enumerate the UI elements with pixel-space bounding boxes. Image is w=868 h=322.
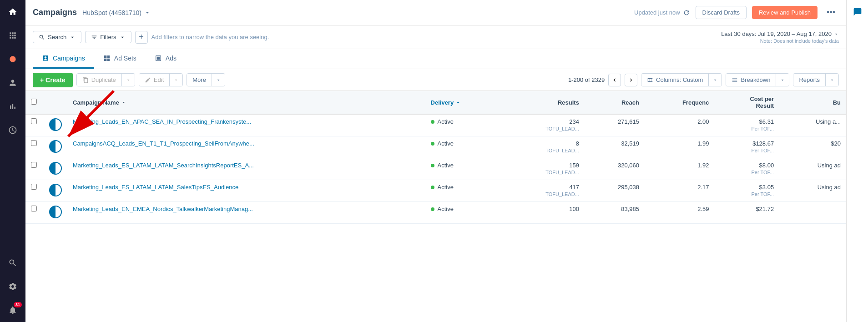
cost-sub: Per TOF... (720, 126, 774, 131)
budget-value: Using a... (785, 118, 841, 125)
more-dropdown-button[interactable] (212, 74, 225, 86)
next-page-button[interactable] (625, 74, 637, 86)
add-filter-button[interactable]: + (135, 31, 148, 44)
columns-dropdown-button[interactable] (709, 74, 722, 86)
campaign-name-link[interactable]: Marketing_Leads_EN_APAC_SEA_IN_Prospecti… (73, 118, 251, 125)
tab-campaigns-label: Campaigns (53, 55, 85, 62)
nav-gear[interactable] (0, 275, 25, 298)
nav-hubspot[interactable] (0, 47, 25, 71)
next-page-icon (628, 77, 634, 83)
create-button[interactable]: + Create (33, 73, 73, 87)
nav-home[interactable] (0, 0, 25, 24)
columns-button[interactable]: Columns: Custom (641, 74, 708, 86)
reports-split-button: Reports (793, 73, 839, 86)
more-button[interactable]: More (187, 74, 212, 86)
tab-ads[interactable]: Ads (146, 49, 186, 69)
date-dropdown-icon (833, 31, 839, 37)
nav-search-adv[interactable] (0, 251, 25, 275)
breakdown-arrow-icon (780, 77, 785, 83)
filter-icon (91, 34, 97, 40)
edit-arrow-icon (173, 77, 179, 83)
breakdown-dropdown-button[interactable] (776, 74, 789, 86)
reports-dropdown-button[interactable] (826, 74, 838, 86)
row-cost-cell: $3.05 Per TOF... (714, 180, 779, 202)
row-results-cell: 159 TOFU_LEAD... (502, 158, 585, 180)
breakdown-button[interactable]: Breakdown (726, 74, 776, 86)
cost-sub: Per TOF... (720, 170, 774, 175)
nav-apps[interactable] (0, 24, 25, 47)
row-results-cell: 417 TOFU_LEAD... (502, 180, 585, 202)
reach-value: 320,060 (590, 162, 639, 169)
header-delivery[interactable]: Delivery (425, 91, 502, 114)
row-checkbox-cell[interactable] (25, 136, 44, 158)
campaign-icon (49, 206, 62, 218)
review-publish-button[interactable]: Review and Publish (752, 6, 818, 19)
row-checkbox-cell[interactable] (25, 114, 44, 136)
date-range-selector[interactable]: Last 30 days: Jul 19, 2020 – Aug 17, 202… (721, 30, 839, 44)
edit-button[interactable]: Edit (139, 74, 169, 86)
refresh-icon[interactable] (683, 9, 690, 16)
row-icon-cell (44, 180, 67, 202)
row-budget-cell (779, 202, 846, 224)
duplicate-split-button: Duplicate (76, 73, 135, 86)
row-checkbox-cell[interactable] (25, 202, 44, 224)
row-checkbox[interactable] (31, 206, 37, 211)
nav-analytics[interactable] (0, 95, 25, 118)
row-checkbox-cell[interactable] (25, 180, 44, 202)
duplicate-dropdown-button[interactable] (121, 74, 135, 86)
nav-clock[interactable] (0, 118, 25, 142)
delivery-status: Active (437, 162, 453, 169)
campaign-name-link[interactable]: Marketing_Leads_ES_LATAM_LATAM_SearchIns… (73, 162, 254, 169)
header-frequency: Frequenc (645, 91, 714, 114)
row-name-cell: Marketing_Leads_ES_LATAM_LATAM_SearchIns… (67, 158, 425, 180)
row-name-cell: Marketing_Leads_ES_LATAM_LATAM_SalesTips… (67, 180, 425, 202)
row-results-cell: 234 TOFU_LEAD... (502, 114, 585, 136)
row-checkbox-cell[interactable] (25, 158, 44, 180)
campaign-name-link[interactable]: Marketing_Leads_ES_LATAM_LATAM_SalesTips… (73, 184, 238, 191)
tab-campaigns[interactable]: Campaigns (33, 49, 94, 69)
campaign-name-link[interactable]: Marketing_Leads_EN_EMEA_Nordics_Talkwalk… (73, 206, 253, 212)
duplicate-button[interactable]: Duplicate (77, 74, 121, 86)
row-cost-cell: $6.31 Per TOF... (714, 114, 779, 136)
row-checkbox[interactable] (31, 162, 37, 168)
more-options-button[interactable]: ••• (823, 6, 839, 19)
campaign-name-link[interactable]: CampaignsACQ_Leads_EN_T1_T1_Prospecting_… (73, 140, 254, 147)
row-reach-cell: 271,615 (585, 114, 645, 136)
results-sub: TOFU_LEAD... (507, 148, 579, 153)
status-dot (431, 164, 434, 167)
results-value: 8 (507, 140, 579, 147)
reports-button[interactable]: Reports (793, 74, 825, 86)
header-cost: Cost perResult (714, 91, 779, 114)
row-name-cell: Marketing_Leads_EN_EMEA_Nordics_Talkwalk… (67, 202, 425, 224)
svg-point-0 (10, 56, 15, 62)
pagination: 1-200 of 2329 (568, 74, 637, 86)
tab-ad-sets[interactable]: Ad Sets (94, 49, 146, 69)
delivery-status: Active (437, 184, 453, 191)
row-results-cell: 100 (502, 202, 585, 224)
row-checkbox[interactable] (31, 140, 37, 146)
filters-label: Filters (100, 34, 116, 40)
right-panel-chat[interactable] (849, 4, 866, 20)
row-frequency-cell: 1.99 (645, 136, 714, 158)
campaigns-table: Campaign Name Delivery Results Reach (25, 91, 846, 322)
header-select-all[interactable] (25, 91, 44, 114)
filters-button[interactable]: Filters (85, 31, 131, 43)
table-row: Marketing_Leads_ES_LATAM_LATAM_SalesTips… (25, 180, 846, 202)
row-cost-cell: $8.00 Per TOF... (714, 158, 779, 180)
row-reach-cell: 320,060 (585, 158, 645, 180)
nav-bell[interactable]: 31 (0, 298, 25, 322)
header-campaign-name[interactable]: Campaign Name (67, 91, 425, 114)
edit-dropdown-button[interactable] (169, 74, 182, 86)
more-split-button: More (187, 73, 225, 86)
discard-drafts-button[interactable]: Discard Drafts (696, 6, 747, 19)
more-label: More (192, 76, 206, 83)
row-checkbox[interactable] (31, 118, 37, 124)
account-selector[interactable]: HubSpot (44581710) (82, 9, 151, 16)
row-checkbox[interactable] (31, 184, 37, 190)
search-button[interactable]: Search (33, 31, 81, 43)
row-cost-cell: $21.72 (714, 202, 779, 224)
main-content: Campaigns HubSpot (44581710) Updated jus… (25, 0, 846, 322)
select-all-checkbox[interactable] (31, 99, 37, 105)
nav-contacts[interactable] (0, 71, 25, 95)
prev-page-button[interactable] (608, 74, 621, 86)
